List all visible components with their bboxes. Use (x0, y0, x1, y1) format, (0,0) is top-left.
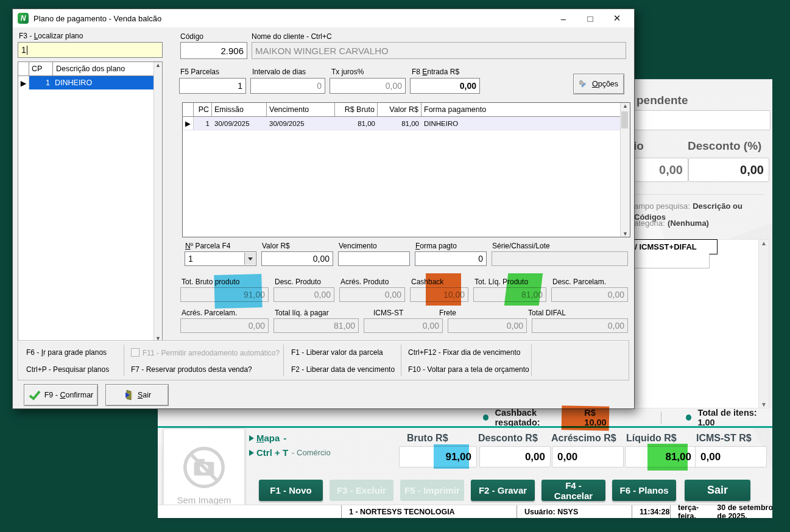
installments-grid-header: PC Emissão Vencimento R$ Bruto Valor R$ … (183, 103, 630, 117)
maximize-icon[interactable]: □ (577, 9, 604, 27)
entrada-field[interactable]: 0,00 (410, 78, 480, 94)
acrescimo-field[interactable]: 0,00 (552, 446, 624, 467)
f1-novo-button[interactable]: F1 - Novo (259, 480, 323, 501)
plans-list[interactable]: CP Descrição dos plano ▶ 1 DINHEIRO ▲ ▼ (18, 61, 163, 342)
opcoes-button[interactable]: Opções (573, 74, 624, 94)
campo-pesquisa-label: ampo pesquisa: (634, 201, 690, 211)
f2-gravar-button[interactable]: F2 - Gravar (471, 480, 535, 501)
no-camera-icon (180, 444, 228, 491)
codigo-field[interactable]: 2.906 (180, 42, 247, 59)
emissao-column-header: Emissão (212, 103, 267, 116)
total-difal-field: 0,00 (532, 318, 628, 333)
localizar-plano-label: F3 - Localizar plano (19, 32, 83, 40)
valor-field[interactable]: 0,00 (261, 251, 333, 266)
acres-parcelam-field: 0,00 (180, 318, 269, 333)
categoria-value: (Nenhuma) (668, 219, 709, 228)
f7-reservar-shortcut[interactable]: F7 - Reservar produtos desta venda? (131, 365, 252, 374)
installment-row[interactable]: ▶ 1 30/09/2025 30/09/2025 81,00 81,00 DI… (183, 117, 630, 130)
cashback-field: 10,00 (410, 287, 468, 302)
chevron-down-icon[interactable] (244, 253, 255, 265)
pc-column-header: PC (194, 103, 212, 116)
categoria-label: ategoria: (634, 219, 665, 228)
scroll-down-icon[interactable]: ▼ (622, 231, 628, 237)
wrench-icon (579, 80, 588, 89)
ctrlp-pesquisar-shortcut[interactable]: Ctrl+P - Pesquisar planos (26, 365, 109, 374)
desconto-pct-label: Desconto (%) (688, 139, 761, 153)
f3-excluir-button[interactable]: F3 - Excluir (330, 480, 393, 501)
desc-produto-label: Desc. Produto (275, 278, 321, 286)
forma-pagto-field[interactable]: 0 (415, 251, 487, 266)
cashback-resgatado-value: R$ 10,00 (584, 408, 618, 427)
panel-separator (401, 345, 401, 376)
dialog-titlebar[interactable]: N Plano de pagamento - Venda balcão – □ … (13, 9, 634, 27)
icmsst-difal-column-header[interactable]: c/ ICMSST+DIFAL (626, 239, 718, 254)
valor-column-header: Valor R$ (378, 103, 421, 116)
window-bottom-edge (158, 518, 772, 521)
intervalo-field: 0 (250, 78, 325, 94)
intervalo-label: Intervalo de dias (252, 68, 306, 76)
installments-grid[interactable]: PC Emissão Vencimento R$ Bruto Valor R$ … (182, 102, 630, 237)
tot-bruto-produto-label: Tot. Bruto produto (182, 278, 239, 286)
close-icon[interactable]: ✕ (604, 9, 630, 27)
acres-produto-field: 0,00 (339, 287, 405, 302)
total-difal-label: Total DIFAL (528, 309, 566, 317)
f5-imprimir-button[interactable]: F5 - Imprimir (400, 480, 464, 501)
scroll-up-icon[interactable]: ▲ (761, 240, 767, 247)
totals-status-row: Cashback resgatado: R$ 10,00 Total de it… (158, 408, 772, 426)
scroll-down-icon[interactable]: ▼ (761, 401, 767, 408)
mapa-link[interactable]: Mapa - (249, 433, 286, 443)
f4-cancelar-button[interactable]: F4 - Cancelar (541, 480, 605, 501)
sair-footer-button[interactable]: Sair (685, 480, 750, 501)
scroll-up-icon[interactable]: ▲ (155, 62, 161, 68)
localizar-plano-input[interactable]: 1 (18, 42, 163, 58)
icmsst-field[interactable]: 0,00 (695, 446, 767, 467)
bruto-field[interactable]: 91,00 (399, 446, 477, 467)
parcela-combo[interactable]: 1 (185, 251, 256, 266)
plans-scrollbar[interactable]: ▲ ▼ (153, 62, 162, 341)
icmsst-difal-empty-cell (626, 253, 710, 268)
plans-row-selected[interactable]: ▶ 1 DINHEIRO (18, 76, 162, 89)
sem-imagem-label: Sem Imagem (177, 495, 231, 505)
vencimento-field[interactable] (338, 251, 410, 266)
exit-door-icon (123, 390, 134, 401)
desconto-field[interactable]: 0,00 (479, 446, 551, 467)
ctrlf12-fixar-dia-shortcut[interactable]: Ctrl+F12 - Fixar dia de vencimento (408, 348, 520, 357)
f1-liberar-valor-shortcut[interactable]: F1 - Liberar valor da parcela (291, 348, 383, 357)
icms-st-label: ICMS-ST (373, 309, 403, 317)
f10-voltar-orcamento-shortcut[interactable]: F10 - Voltar para a tela de orçamento (408, 365, 529, 374)
chevron-right-icon (249, 450, 254, 456)
ctrl-t-comercio-link[interactable]: Ctrl + T - Comércio (249, 447, 331, 458)
app-icon: N (18, 13, 29, 24)
panel-separator (283, 345, 284, 376)
sair-dialog-button[interactable]: Sair (105, 384, 169, 406)
f9-confirmar-button[interactable]: F9 - Confirmar (24, 384, 98, 406)
f6-grade-planos-shortcut[interactable]: F6 - Ir para grade planos (26, 348, 107, 357)
checkbox-icon[interactable] (131, 348, 139, 357)
scrollbar-thumb[interactable] (621, 111, 628, 128)
row-marker-icon: ▶ (183, 117, 194, 130)
panel-separator (531, 345, 532, 376)
installments-scrollbar[interactable]: ▲ ▼ (620, 103, 630, 237)
f6-planos-button[interactable]: F6 - Planos (612, 480, 676, 501)
parcelas-field[interactable]: 1 (179, 78, 246, 94)
liquido-label: Líquido R$ (626, 433, 677, 444)
scroll-up-icon[interactable]: ▲ (622, 103, 628, 109)
products-grid-scrollbar[interactable]: ▲ ▼ (758, 239, 769, 408)
vencimento-column-header: Vencimento (267, 103, 335, 116)
statusbar-date: terça-feira, 30 de setembro de 2025. (670, 505, 772, 519)
f11-arredondamento-checkbox[interactable]: F11 - Permitir arredodamento automático? (131, 348, 280, 357)
statusbar-time: 11:34:28 (632, 505, 670, 519)
liquido-field[interactable]: 81,00 (625, 446, 697, 467)
desconto-pct-field[interactable]: 0,00 (688, 158, 769, 182)
dependente-input[interactable] (626, 110, 771, 130)
f2-liberar-data-shortcut[interactable]: F2 - Liberar data de vencimento (291, 365, 395, 374)
codigo-label: Código (180, 32, 203, 41)
text-caret (27, 46, 27, 55)
tot-liq-produto-label: Tot. Líq. Produto (474, 278, 528, 286)
forma-column-header: Forma pagamento (421, 103, 630, 116)
plan-desc: DINHEIRO (52, 79, 92, 87)
statusbar: 1 - NORTESYS TECNOLOGIA Usuário: NSYS 11… (158, 505, 772, 519)
statusbar-user: Usuário: NSYS (517, 505, 632, 519)
marker-column-header (183, 103, 194, 116)
minimize-icon[interactable]: – (550, 9, 577, 27)
